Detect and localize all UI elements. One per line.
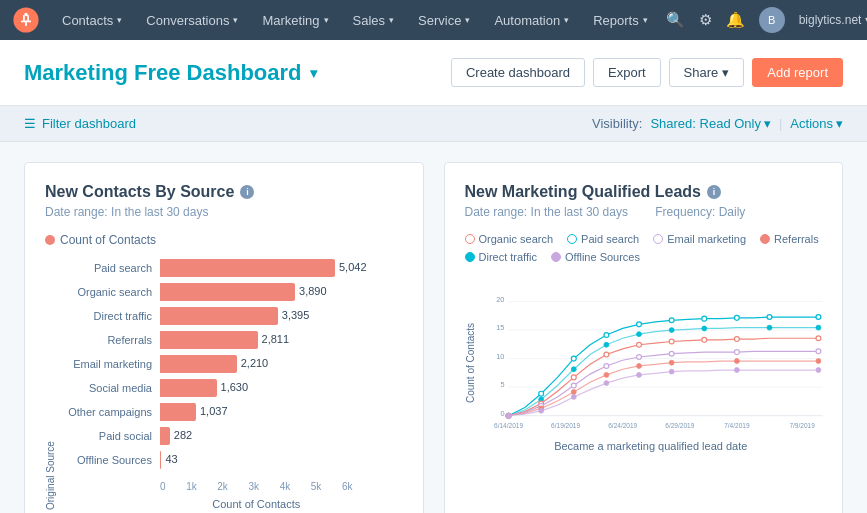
bar-track: 2,210 (160, 355, 353, 373)
create-dashboard-button[interactable]: Create dashboard (451, 58, 585, 87)
nav-sales[interactable]: Sales ▾ (343, 0, 405, 40)
nav-conversations[interactable]: Conversations ▾ (136, 0, 248, 40)
nav-marketing-chevron-icon: ▾ (324, 15, 329, 25)
nav-utility-icons: 🔍 ⚙ 🔔 B biglytics.net ▾ (666, 7, 867, 33)
bar-fill (160, 427, 170, 445)
svg-point-64 (815, 368, 820, 373)
bar-row: Referrals 2,811 (60, 331, 353, 349)
filter-bar: ☰ Filter dashboard Visibility: Shared: R… (0, 106, 867, 142)
actions-chevron-icon: ▾ (836, 116, 843, 131)
navbar: Contacts ▾ Conversations ▾ Marketing ▾ S… (0, 0, 867, 40)
share-chevron-icon: ▾ (722, 65, 729, 80)
bar-track: 3,395 (160, 307, 353, 325)
bar-label: Paid social (60, 430, 160, 442)
svg-text:15: 15 (496, 323, 504, 332)
svg-point-1 (24, 13, 28, 17)
bar-x-axis: 01k2k3k4k5k6k (60, 481, 353, 492)
chart2-info-icon[interactable]: i (707, 185, 721, 199)
avatar[interactable]: B (759, 7, 785, 33)
svg-point-30 (767, 325, 772, 330)
dashboard-title[interactable]: Marketing Free Dashboard ▾ (24, 60, 317, 86)
chart2-legends: Organic search Paid search Email marketi… (465, 233, 823, 263)
bar-row: Paid search 5,042 (60, 259, 353, 277)
bar-track: 2,811 (160, 331, 353, 349)
svg-point-21 (767, 315, 772, 320)
bar-fill (160, 451, 161, 469)
nav-service-chevron-icon: ▾ (465, 15, 470, 25)
chart2-subtitle: Date range: In the last 30 days Frequenc… (465, 205, 823, 219)
visibility-chevron-icon: ▾ (764, 116, 771, 131)
visibility-selector[interactable]: Shared: Read Only ▾ (650, 116, 771, 131)
bar-fill (160, 379, 217, 397)
bar-value: 1,630 (221, 381, 249, 393)
bar-value: 43 (165, 453, 177, 465)
chart1-title: New Contacts By Source i (45, 183, 403, 201)
filter-right: Visibility: Shared: Read Only ▾ | Action… (592, 116, 843, 131)
svg-point-17 (636, 322, 641, 327)
bar-row: Organic search 3,890 (60, 283, 353, 301)
nav-marketing[interactable]: Marketing ▾ (252, 0, 338, 40)
filter-icon: ☰ (24, 116, 36, 131)
bar-track: 1,630 (160, 379, 353, 397)
bar-value: 3,395 (282, 309, 310, 321)
notifications-icon[interactable]: 🔔 (726, 11, 745, 29)
legend-paid-search: Paid search (567, 233, 639, 245)
filter-dashboard-button[interactable]: ☰ Filter dashboard (24, 116, 136, 131)
svg-point-29 (701, 326, 706, 331)
bar-row: Other campaigns 1,037 (60, 403, 353, 421)
add-report-button[interactable]: Add report (752, 58, 843, 87)
svg-point-55 (734, 359, 739, 364)
svg-point-51 (571, 390, 576, 395)
line-chart-area: Count of Contacts 0 5 10 15 20 (465, 273, 823, 452)
legend-paid-search-icon (567, 234, 577, 244)
export-button[interactable]: Export (593, 58, 661, 87)
svg-point-46 (669, 351, 674, 356)
settings-icon[interactable]: ⚙ (699, 11, 712, 29)
bar-chart-area: Original Source Paid search 5,042 Organi… (45, 259, 403, 510)
bar-row: Direct traffic 3,395 (60, 307, 353, 325)
svg-point-47 (734, 350, 739, 355)
bar-label: Offline Sources (60, 454, 160, 466)
nav-conversations-chevron-icon: ▾ (233, 15, 238, 25)
hubspot-logo-icon[interactable] (12, 6, 40, 34)
bar-label: Organic search (60, 286, 160, 298)
legend-direct-traffic: Direct traffic (465, 251, 537, 263)
nav-reports[interactable]: Reports ▾ (583, 0, 658, 40)
nav-contacts[interactable]: Contacts ▾ (52, 0, 132, 40)
search-icon[interactable]: 🔍 (666, 11, 685, 29)
bar-label: Social media (60, 382, 160, 394)
legend-direct-traffic-icon (465, 252, 475, 262)
svg-text:6/19/2019: 6/19/2019 (551, 422, 580, 429)
svg-point-31 (815, 325, 820, 330)
svg-point-20 (734, 315, 739, 320)
svg-point-44 (603, 364, 608, 369)
legend-email-marketing-icon (653, 234, 663, 244)
share-button[interactable]: Share ▾ (669, 58, 745, 87)
bar-label: Direct traffic (60, 310, 160, 322)
bar-row: Social media 1,630 (60, 379, 353, 397)
svg-point-54 (669, 360, 674, 365)
nav-service[interactable]: Service ▾ (408, 0, 480, 40)
svg-text:5: 5 (500, 380, 504, 389)
legend-offline-sources-icon (551, 252, 561, 262)
svg-point-63 (734, 368, 739, 373)
x-tick-label: 4k (280, 481, 291, 492)
chart1-legend: Count of Contacts (45, 233, 403, 247)
svg-text:20: 20 (496, 295, 504, 304)
contacts-by-source-card: New Contacts By Source i Date range: In … (24, 162, 424, 513)
svg-point-18 (669, 318, 674, 323)
svg-point-43 (571, 383, 576, 388)
svg-text:7/9/2019: 7/9/2019 (789, 422, 815, 429)
bar-row: Paid social 282 (60, 427, 353, 445)
svg-point-53 (636, 364, 641, 369)
svg-point-62 (669, 369, 674, 374)
account-menu[interactable]: biglytics.net ▾ (799, 13, 867, 27)
svg-point-60 (603, 381, 608, 386)
svg-point-61 (636, 372, 641, 377)
nav-automation[interactable]: Automation ▾ (484, 0, 579, 40)
x-tick-label: 0 (160, 481, 166, 492)
svg-text:10: 10 (496, 352, 504, 361)
bar-fill (160, 283, 295, 301)
chart1-info-icon[interactable]: i (240, 185, 254, 199)
actions-dropdown-button[interactable]: Actions ▾ (790, 116, 843, 131)
